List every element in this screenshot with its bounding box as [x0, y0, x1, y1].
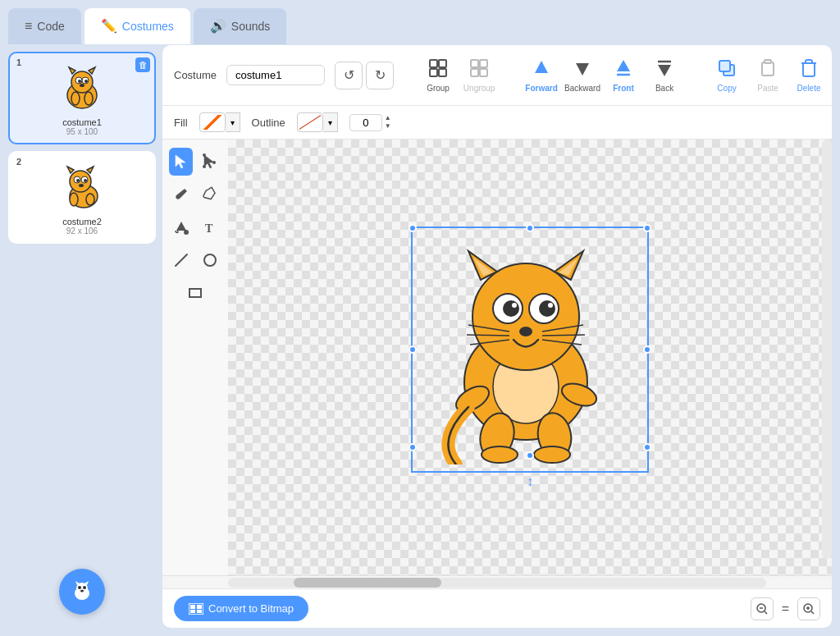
ungroup-button[interactable]: Ungroup	[461, 58, 497, 93]
drawing-canvas[interactable]: ↕	[228, 140, 832, 575]
costume-1-delete[interactable]: 🗑	[135, 57, 150, 72]
svg-rect-37	[471, 69, 478, 76]
delete-label: Delete	[797, 84, 821, 93]
svg-line-106	[811, 611, 814, 614]
group-button[interactable]: Group	[420, 58, 456, 93]
tab-sounds-label: Sounds	[231, 20, 270, 33]
tab-code-label: Code	[37, 20, 64, 33]
svg-rect-38	[480, 69, 487, 76]
costume-1-image	[49, 60, 115, 117]
tab-costumes-label: Costumes	[122, 20, 174, 33]
select-tool[interactable]	[169, 148, 193, 176]
zoom-in-button[interactable]	[797, 597, 820, 620]
copy-icon	[717, 58, 737, 82]
svg-point-77	[503, 300, 519, 317]
sprite-container[interactable]: ↕	[411, 226, 649, 489]
tab-costumes[interactable]: ✏️ Costumes	[84, 8, 190, 44]
svg-point-80	[539, 300, 555, 317]
svg-marker-57	[176, 155, 185, 168]
copy-label: Copy	[717, 84, 736, 93]
paste-button[interactable]: Paste	[750, 58, 786, 93]
front-label: Front	[613, 84, 634, 93]
text-tool[interactable]: T	[198, 213, 221, 241]
handle-middle-right[interactable]	[643, 345, 651, 354]
costume-item-1[interactable]: 1 🗑 costume1	[8, 52, 156, 144]
eraser-tool[interactable]	[198, 181, 221, 208]
spin-down[interactable]: ▼	[384, 122, 392, 130]
svg-line-84	[467, 335, 509, 336]
back-button[interactable]: Back	[646, 58, 682, 93]
line-tool[interactable]	[169, 246, 193, 274]
undo-redo-group: ↺ ↻	[335, 62, 394, 89]
main-layout: 1 🗑 costume1	[0, 45, 840, 636]
undo-icon: ↺	[344, 67, 354, 83]
front-button[interactable]: Front	[605, 58, 641, 93]
edit-group: Copy Paste	[709, 53, 832, 97]
rect-tool[interactable]	[181, 279, 209, 307]
svg-point-82	[519, 327, 532, 336]
costume-label: Costume	[174, 69, 217, 81]
costumes-icon: ✏️	[101, 18, 117, 34]
sounds-icon: 🔊	[210, 18, 226, 34]
svg-marker-42	[576, 63, 589, 75]
svg-rect-99	[197, 610, 202, 613]
forward-label: Forward	[525, 84, 557, 93]
svg-rect-48	[719, 61, 730, 71]
tool-row-2	[169, 181, 221, 208]
svg-point-8	[80, 84, 84, 87]
fill-tool[interactable]	[169, 213, 193, 241]
svg-point-59	[203, 153, 206, 157]
svg-rect-49	[762, 62, 774, 75]
tools-panel: T	[162, 140, 228, 575]
brush-tool[interactable]	[169, 181, 193, 208]
costume-2-number: 2	[16, 157, 21, 167]
tab-code[interactable]: ≡ Code	[8, 8, 81, 44]
svg-marker-41	[535, 61, 548, 73]
fill-color-dropdown[interactable]: ▾	[226, 112, 240, 132]
handle-top-right[interactable]	[643, 224, 651, 232]
bottom-bar: Convert to Bitmap =	[162, 588, 832, 628]
costume-1-size: 95 x 100	[66, 127, 98, 136]
toolbar-row1: Costume ↺ ↻	[162, 45, 832, 106]
forward-button[interactable]: Forward	[523, 58, 559, 93]
backward-label: Backward	[564, 84, 600, 93]
forward-icon	[532, 58, 551, 82]
horizontal-scrollbar-track[interactable]	[228, 578, 766, 588]
svg-rect-36	[480, 60, 487, 67]
reshape-tool[interactable]	[198, 148, 221, 176]
vertical-scrollbar[interactable]	[822, 140, 832, 559]
resize-arrow[interactable]: ↕	[527, 474, 533, 489]
editor-area: Costume ↺ ↻	[162, 45, 832, 628]
svg-rect-33	[430, 69, 437, 76]
outline-value-input[interactable]	[349, 114, 382, 131]
zoom-out-button[interactable]	[751, 597, 774, 620]
handle-bottom-right[interactable]	[643, 443, 651, 451]
circle-tool[interactable]	[198, 246, 221, 274]
costume-name-input[interactable]	[226, 65, 325, 85]
svg-point-3	[84, 92, 93, 105]
copy-button[interactable]: Copy	[709, 58, 745, 93]
outline-color-swatch[interactable]	[297, 112, 323, 132]
tool-row-4	[169, 246, 221, 274]
redo-button[interactable]: ↻	[366, 62, 394, 89]
svg-point-27	[78, 586, 81, 589]
zoom-reset-button[interactable]: =	[778, 602, 792, 616]
undo-button[interactable]: ↺	[335, 62, 363, 89]
convert-bitmap-button[interactable]: Convert to Bitmap	[174, 596, 308, 621]
outline-spinner[interactable]: ▲ ▼	[384, 114, 392, 130]
horizontal-scrollbar-thumb[interactable]	[294, 578, 441, 588]
spin-up[interactable]: ▲	[384, 114, 392, 122]
tab-sounds[interactable]: 🔊 Sounds	[194, 8, 286, 44]
delete-button[interactable]: Delete	[791, 58, 827, 93]
backward-button[interactable]: Backward	[564, 58, 600, 93]
svg-point-14	[86, 194, 94, 205]
costume-1-name: costume1	[62, 117, 102, 127]
svg-point-67	[204, 254, 216, 266]
back-icon	[655, 58, 674, 82]
fill-color-swatch[interactable]	[199, 112, 226, 132]
group-label: Group	[427, 84, 450, 93]
outline-color-dropdown[interactable]: ▾	[323, 112, 338, 132]
costume-item-2[interactable]: 2 costume2 92 x 106	[8, 151, 156, 244]
svg-point-81	[548, 303, 553, 308]
add-costume-button[interactable]: +	[59, 569, 105, 615]
